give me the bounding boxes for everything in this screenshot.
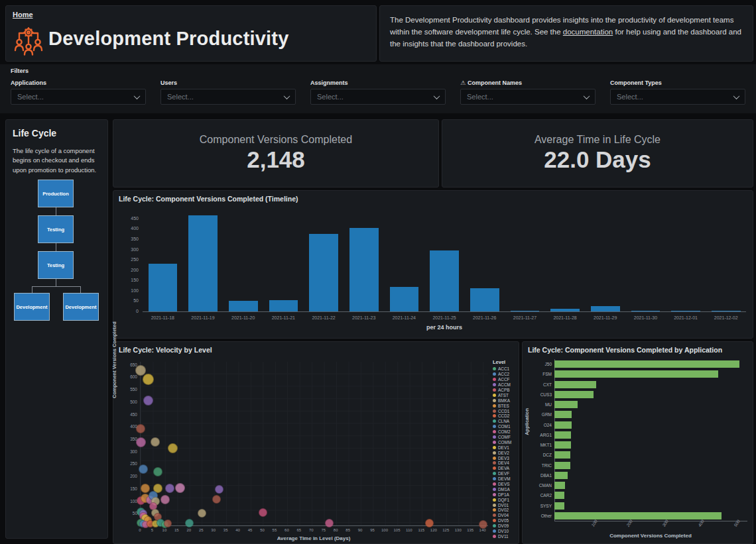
legend-label: DEVS [498, 482, 509, 486]
legend-dot [493, 446, 496, 449]
scatter-point [153, 467, 162, 476]
legend-item-dv04[interactable]: DV04 [493, 513, 518, 518]
legend-item-devm[interactable]: DEVM [493, 476, 518, 482]
scatter-point [143, 374, 154, 385]
legend-dot [493, 519, 496, 522]
breadcrumb-home-link[interactable]: Home [13, 11, 33, 19]
legend-label: BMKA [498, 398, 510, 403]
legend-item-accm[interactable]: ACCM [493, 382, 518, 388]
filter-select-applications[interactable]: Select... [11, 89, 146, 105]
bar-2021-11-19 [188, 215, 218, 311]
legend-item-acc2[interactable]: ACC2 [493, 372, 518, 377]
legend-dot [493, 466, 496, 470]
legend-item-bmka[interactable]: BMKA [493, 398, 518, 403]
bar-slot [344, 228, 384, 311]
select-placeholder: Select... [17, 93, 44, 101]
y-tick-label: 450 [113, 216, 139, 221]
bar-slot [183, 215, 223, 311]
legend-label: DEV2 [498, 451, 509, 455]
legend-item-comf[interactable]: COMF [493, 435, 518, 440]
bar-row-j50: J50 [525, 360, 747, 368]
category-label: CUS3 [525, 392, 552, 397]
x-tick-label: 2021-11-30 [625, 315, 666, 320]
legend-item-comm[interactable]: COMM [493, 439, 518, 445]
documentation-link[interactable]: documentation [563, 28, 613, 36]
legend-dot [493, 383, 496, 386]
legend-label: DEV3 [498, 456, 509, 461]
bar-cman [554, 482, 565, 489]
filter-select-assignments[interactable]: Select... [310, 89, 446, 105]
legend-item-dv05[interactable]: DV05 [493, 518, 518, 523]
legend-item-dev1[interactable]: DEV1 [493, 445, 518, 450]
warning-icon: ⚠ [460, 80, 466, 86]
legend-item-dv02[interactable]: DV02 [493, 508, 518, 513]
legend-item-dqf1[interactable]: DQF1 [493, 497, 518, 502]
legend-label: ACCF [498, 377, 509, 382]
bar-row-cxt: CXT [525, 381, 747, 388]
legend-item-com2[interactable]: COM2 [493, 429, 518, 435]
legend-label: CCD2 [498, 413, 509, 418]
y-tick-label: 150 [124, 486, 137, 491]
y-tick-label: 50 [113, 298, 139, 303]
legend-item-devs[interactable]: DEVS [493, 482, 518, 487]
x-tick-label: 20 [186, 528, 192, 532]
x-tick-label: 120 [430, 528, 437, 532]
bar-2021-11-22 [309, 234, 338, 311]
description-panel: The Development Productivity dashboard p… [379, 5, 753, 62]
legend-dot [493, 529, 496, 533]
filter-select-component-types[interactable]: Select... [610, 89, 745, 105]
y-tick-label: 500 [124, 400, 137, 404]
scatter-point [425, 519, 434, 527]
legend-item-acpb[interactable]: ACPB [493, 388, 518, 393]
legend-dot [493, 425, 496, 428]
x-tick-label: 55 [271, 528, 278, 532]
category-label: CMAN [525, 483, 552, 488]
legend-item-dev4[interactable]: DEV4 [493, 461, 518, 466]
x-tick-label: 5 [149, 528, 155, 532]
legend-item-deva[interactable]: DEVA [493, 466, 518, 471]
legend-item-dv11[interactable]: DV11 [493, 534, 518, 539]
legend-item-clna[interactable]: CLNA [493, 419, 518, 424]
bar-2021-11-28 [550, 309, 580, 311]
legend-item-devf[interactable]: DEVF [493, 471, 518, 476]
legend-item-ccd2[interactable]: CCD2 [493, 413, 518, 419]
category-label: DBA1 [525, 473, 552, 478]
legend-item-dv09[interactable]: DV09 [493, 523, 518, 529]
legend-dot [493, 493, 496, 496]
legend-item-ccd1[interactable]: CCD1 [493, 408, 518, 413]
connector-line [80, 286, 81, 293]
legend-item-dm1a[interactable]: DM1A [493, 486, 518, 492]
legend-item-accf[interactable]: ACCF [493, 377, 518, 382]
legend-dot [493, 488, 496, 491]
legend-item-dev2[interactable]: DEV2 [493, 450, 518, 455]
x-tick-label: 35 [222, 528, 229, 532]
filter-select-component-names[interactable]: Select... [460, 89, 596, 105]
legend-item-btes[interactable]: BTES [493, 403, 518, 408]
bar-row-cman: CMAN [525, 482, 747, 489]
x-tick-label: 2021-11-28 [545, 315, 586, 320]
bar-tric [554, 462, 570, 469]
scatter-y-axis-title: Component Versions Completed [111, 321, 117, 398]
legend-item-dev3[interactable]: DEV3 [493, 455, 518, 461]
legend-item-atst[interactable]: ATST [493, 392, 518, 398]
legend-item-dv01[interactable]: DV01 [493, 502, 518, 508]
legend-item-acc1[interactable]: ACC1 [493, 366, 518, 372]
bar-slot [143, 264, 183, 311]
dev-productivity-logo-icon [13, 24, 44, 56]
stat-value: 22.0 Days [442, 146, 753, 173]
legend-label: COMF [498, 435, 511, 439]
bar-row-cus3: CUS3 [525, 391, 747, 398]
flow-node-testing-2: Testing [38, 251, 74, 279]
filter-select-users[interactable]: Select... [160, 89, 296, 105]
legend-item-com1[interactable]: COM1 [493, 424, 518, 429]
x-tick-label: 2021-11-26 [464, 315, 505, 320]
x-tick-label: 90 [357, 528, 363, 532]
bar-dcz [554, 451, 570, 459]
legend-item-dv10[interactable]: DV10 [493, 529, 518, 534]
legend-label: DV10 [498, 529, 509, 533]
scatter-point [259, 508, 267, 517]
legend-label: DEVF [498, 471, 509, 476]
flow-node-development-1: Development [14, 293, 50, 321]
barh-chart-panel: Life Cycle: Component Versions Completed… [522, 341, 753, 544]
legend-item-dp1a[interactable]: DP1A [493, 492, 518, 497]
